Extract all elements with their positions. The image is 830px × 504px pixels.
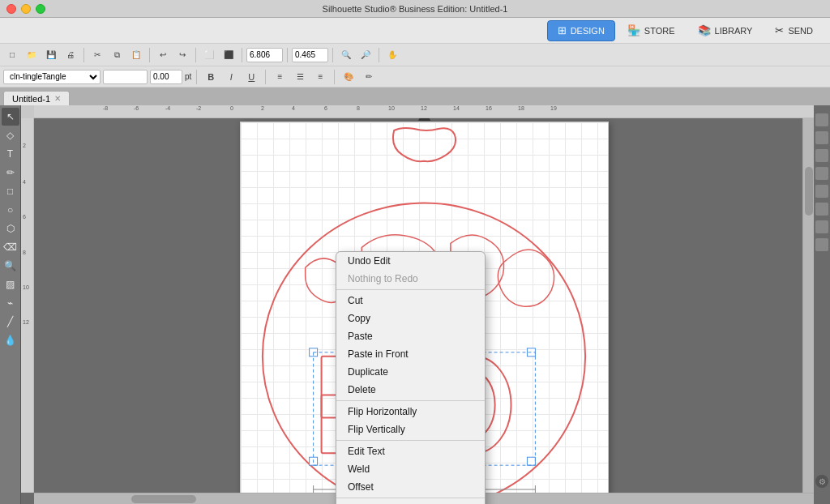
print-button[interactable]: 🖨 [62, 46, 79, 64]
tab-bar: Untitled-1 ✕ [0, 88, 830, 105]
ctx-group: Group [336, 500, 485, 504]
main-area: ↖ ◇ T ✏ □ ○ ⬡ ⌫ 🔍 ▨ ⌁ ╱ 💧 -8 -6 -4 -2 0 … [0, 105, 830, 504]
align-center-button[interactable]: ☰ [291, 68, 309, 86]
settings-icon[interactable]: ⚙ [815, 475, 828, 488]
x-position-input[interactable] [246, 48, 283, 62]
nav-send[interactable]: ✂ SEND [764, 20, 824, 41]
minimize-button[interactable] [21, 4, 31, 14]
open-button[interactable]: 📁 [23, 46, 41, 64]
rp-item-5[interactable] [815, 185, 828, 198]
rp-item-4[interactable] [815, 167, 828, 180]
knife-tool[interactable]: ⌁ [2, 294, 19, 312]
paste-button[interactable]: 📋 [127, 46, 145, 64]
ruler-mark-0: 0 [230, 105, 233, 111]
rp-item-8[interactable] [815, 238, 828, 251]
ctx-undo-edit[interactable]: Undo Edit [336, 252, 485, 270]
ruler-top: -8 -6 -4 -2 0 2 4 6 8 10 12 14 16 18 19 [34, 105, 814, 118]
ctx-offset[interactable]: Offset [336, 478, 485, 496]
nav-design[interactable]: ⊞ DESIGN [547, 20, 615, 41]
underline-button[interactable]: U [242, 68, 260, 86]
draw-tool[interactable]: ✏ [2, 164, 19, 182]
nav-design-label: DESIGN [571, 26, 605, 36]
select-tool[interactable]: ↖ [2, 108, 19, 126]
vscroll-thumb[interactable] [805, 167, 813, 216]
rp-item-2[interactable] [815, 131, 828, 144]
fill-tool[interactable]: ▨ [2, 275, 19, 293]
zoom-in-button[interactable]: 🔍 [337, 46, 355, 64]
format-bar: cln-tingleTangle pt B I U ≡ ☰ ≡ 🎨 ✏ [0, 66, 830, 88]
eyedropper-tool[interactable]: 💧 [2, 331, 19, 349]
ctx-flip-vertically[interactable]: Flip Vertically [336, 421, 485, 438]
italic-button[interactable]: I [222, 68, 240, 86]
sep8 [196, 70, 197, 84]
ctx-cut[interactable]: Cut [336, 292, 485, 310]
bold-button[interactable]: B [202, 68, 220, 86]
group-button[interactable]: ⬜ [200, 46, 218, 64]
ruler-mark-v12: 12 [23, 319, 29, 325]
ctx-weld[interactable]: Weld [336, 460, 485, 478]
ellipse-tool[interactable]: ○ [2, 201, 19, 219]
maximize-button[interactable] [36, 4, 45, 14]
font-select[interactable]: cln-tingleTangle [3, 70, 101, 84]
copy-button[interactable]: ⧉ [108, 46, 126, 64]
ctx-nothing-to-redo: Nothing to Redo [336, 270, 485, 288]
text-tool[interactable]: T [2, 145, 19, 163]
context-menu: Undo Edit Nothing to Redo Cut Copy Paste… [336, 251, 486, 504]
nav-store[interactable]: 🏪 STORE [617, 20, 686, 41]
undo-button[interactable]: ↩ [154, 46, 172, 64]
sep7 [379, 48, 379, 62]
ctx-duplicate[interactable]: Duplicate [336, 363, 485, 381]
rectangle-tool[interactable]: □ [2, 182, 19, 200]
ctx-paste-in-front[interactable]: Paste in Front [336, 345, 485, 363]
node-tool[interactable]: ◇ [2, 126, 19, 144]
pan-button[interactable]: ✋ [383, 46, 401, 64]
align-left-button[interactable]: ≡ [271, 68, 289, 86]
rp-item-3[interactable] [815, 149, 828, 162]
zoom-out-button[interactable]: 🔎 [357, 46, 374, 64]
ruler-mark-16: 16 [486, 105, 492, 111]
ruler-left: 2 4 6 8 10 12 [21, 118, 34, 493]
align-right-button[interactable]: ≡ [311, 68, 329, 86]
ctx-flip-horizontally[interactable]: Flip Horizontally [336, 403, 485, 421]
ungroup-button[interactable]: ⬛ [220, 46, 237, 64]
rp-item-1[interactable] [815, 113, 828, 126]
ctx-delete[interactable]: Delete [336, 381, 485, 399]
redo-button[interactable]: ↪ [173, 46, 191, 64]
ctx-copy[interactable]: Copy [336, 310, 485, 327]
rp-item-6[interactable] [815, 203, 828, 216]
ruler-mark-10: 10 [388, 105, 395, 111]
sep9 [265, 70, 266, 84]
ruler-mark-v8: 8 [23, 250, 26, 255]
color-button[interactable]: 🎨 [340, 68, 357, 86]
tab-untitled[interactable]: Untitled-1 ✕ [3, 91, 70, 105]
right-panel: ⚙ [814, 105, 830, 504]
ctx-edit-text[interactable]: Edit Text [336, 442, 485, 460]
sep1 [83, 48, 84, 62]
ruler-mark-12: 12 [421, 105, 427, 111]
line-tool[interactable]: ╱ [2, 313, 19, 331]
sep2 [149, 48, 150, 62]
rp-item-7[interactable] [815, 220, 828, 233]
vertical-scrollbar[interactable] [802, 118, 814, 493]
ruler-corner [21, 105, 34, 118]
eraser-tool[interactable]: ⌫ [2, 238, 19, 256]
ctx-paste[interactable]: Paste [336, 327, 485, 345]
save-button[interactable]: 💾 [42, 46, 60, 64]
font-size-input[interactable] [103, 70, 148, 84]
polygon-tool[interactable]: ⬡ [2, 220, 19, 237]
tab-close-button[interactable]: ✕ [54, 94, 61, 103]
ruler-mark-4: 4 [292, 105, 295, 111]
main-toolbar: □ 📁 💾 🖨 ✂ ⧉ 📋 ↩ ↪ ⬜ ⬛ 🔍 🔎 ✋ [0, 44, 830, 66]
close-button[interactable] [6, 4, 16, 14]
zero-value-input[interactable] [150, 70, 182, 84]
ruler-mark-neg6: -6 [134, 105, 139, 111]
scroll-thumb[interactable] [131, 495, 196, 503]
stroke-button[interactable]: ✏ [360, 68, 378, 86]
zoom-tool[interactable]: 🔍 [2, 257, 19, 275]
sep3 [195, 48, 196, 62]
nav-library[interactable]: 📚 LIBRARY [687, 20, 764, 41]
traffic-lights [6, 4, 45, 14]
new-button[interactable]: □ [3, 46, 21, 64]
y-position-input[interactable] [292, 48, 328, 62]
cut-button[interactable]: ✂ [88, 46, 106, 64]
